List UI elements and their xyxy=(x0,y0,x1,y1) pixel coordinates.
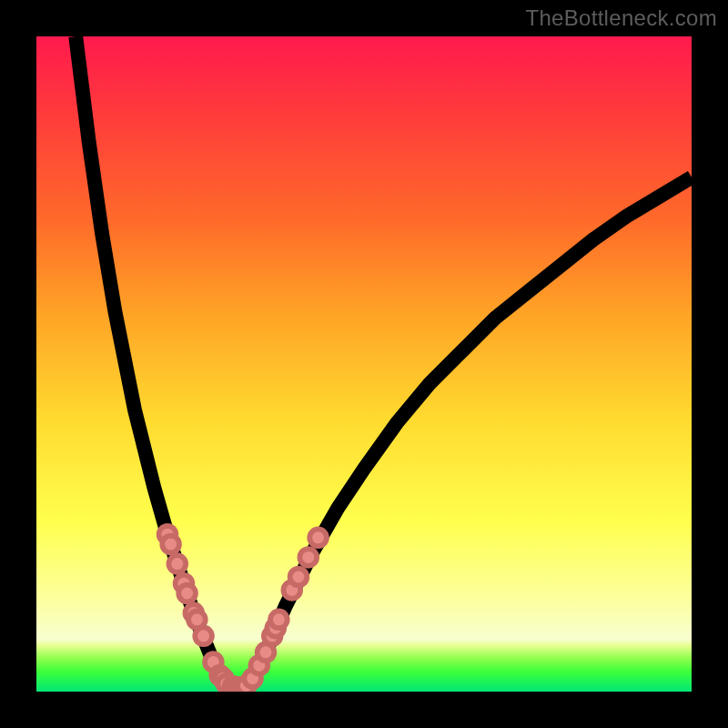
data-marker xyxy=(195,627,212,644)
data-marker xyxy=(290,569,308,586)
plot-area xyxy=(36,36,692,692)
data-marker xyxy=(270,611,288,628)
marker-group xyxy=(159,526,327,692)
data-marker xyxy=(168,555,186,572)
chart-frame: TheBottleneck.com xyxy=(0,0,728,728)
curve-left-branch xyxy=(76,36,219,675)
watermark-text: TheBottleneck.com xyxy=(525,5,717,31)
data-marker xyxy=(162,536,179,553)
curve-svg xyxy=(36,36,692,692)
curve-group xyxy=(76,36,692,688)
data-marker xyxy=(178,585,196,602)
data-marker xyxy=(299,549,317,566)
curve-right-branch xyxy=(253,177,692,679)
data-marker xyxy=(309,529,327,546)
